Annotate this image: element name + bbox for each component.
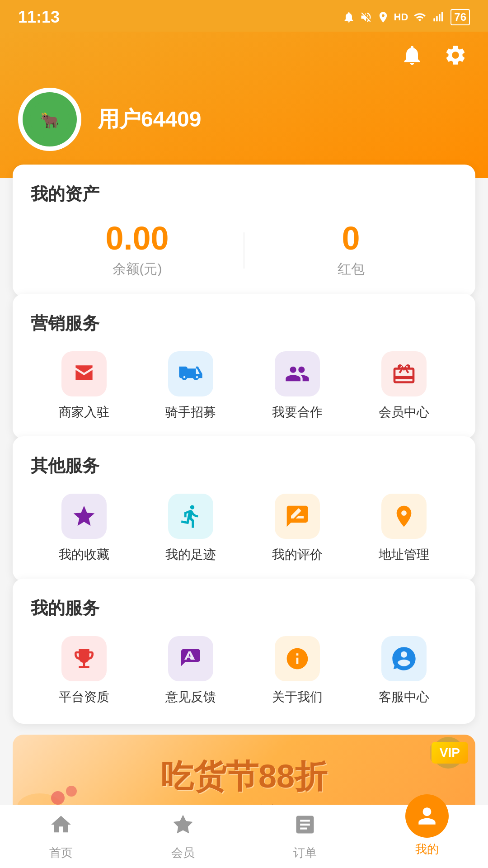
assets-row: 0.00 余额(元) 0 红包 [31, 222, 457, 278]
mine-active-circle [405, 794, 449, 838]
customer-icon [381, 636, 427, 681]
username: 用户64409 [98, 105, 201, 134]
nav-home[interactable]: 首页 [0, 813, 122, 861]
review-item[interactable]: 我的评价 [244, 494, 351, 563]
other-title: 其他服务 [31, 454, 457, 477]
footprint-label: 我的足迹 [165, 546, 216, 563]
merchant-item[interactable]: 商家入驻 [31, 351, 137, 421]
other-grid: 我的收藏 我的足迹 我的评价 地址管理 [31, 494, 457, 563]
address-icon [381, 494, 427, 539]
customer-label: 客服中心 [379, 689, 429, 706]
cooperate-item[interactable]: 我要合作 [244, 351, 351, 421]
myservice-card: 我的服务 平台资质 意见反馈 关于我们 [13, 579, 475, 724]
status-icons: HD 76 [343, 9, 470, 25]
assets-card: 我的资产 0.00 余额(元) 0 红包 [13, 165, 475, 297]
marketing-card: 营销服务 商家入驻 骑手招募 我要合作 [13, 294, 475, 439]
settings-button[interactable] [441, 41, 470, 70]
other-card: 其他服务 我的收藏 我的足迹 我的评价 [13, 436, 475, 581]
redpacket-value: 0 [244, 222, 457, 255]
redpacket-label: 红包 [244, 260, 457, 278]
svg-rect-3 [441, 12, 443, 21]
address-item[interactable]: 地址管理 [351, 494, 457, 563]
svg-rect-2 [439, 14, 441, 21]
qualification-icon [61, 636, 107, 681]
feedback-icon [168, 636, 213, 681]
balance-value: 0.00 [31, 222, 244, 255]
banner-vip-label: VIP [432, 742, 468, 764]
notification-button[interactable] [398, 41, 427, 70]
rider-label: 骑手招募 [165, 404, 216, 421]
bottom-nav: 首页 会员 订单 我的 [0, 805, 488, 868]
member-icon [381, 351, 427, 396]
marketing-title: 营销服务 [31, 312, 457, 335]
nav-orders-label: 订单 [293, 845, 317, 861]
footprint-item[interactable]: 我的足迹 [137, 494, 244, 563]
orders-icon [293, 813, 317, 841]
status-bar: 11:13 HD 76 [0, 0, 488, 32]
nav-home-label: 首页 [49, 845, 73, 861]
svg-rect-0 [434, 18, 436, 21]
footprint-icon [168, 494, 213, 539]
review-icon [275, 494, 320, 539]
cooperate-icon [275, 351, 320, 396]
about-label: 关于我们 [272, 689, 323, 706]
qualification-item[interactable]: 平台资质 [31, 636, 137, 706]
address-label: 地址管理 [379, 546, 429, 563]
marketing-grid: 商家入驻 骑手招募 我要合作 会员中心 [31, 351, 457, 421]
assets-title: 我的资产 [31, 183, 457, 206]
merchant-label: 商家入驻 [59, 404, 109, 421]
cooperate-label: 我要合作 [272, 404, 323, 421]
svg-point-10 [66, 786, 77, 797]
customer-item[interactable]: 客服中心 [351, 636, 457, 706]
balance-item[interactable]: 0.00 余额(元) [31, 222, 244, 278]
about-icon [275, 636, 320, 681]
svg-rect-1 [436, 16, 438, 22]
banner-main-text: 吃货节88折 [147, 755, 341, 798]
nav-member-label: 会员 [171, 845, 195, 861]
avatar[interactable]: 🐂 [18, 88, 81, 151]
member-nav-icon [171, 813, 195, 841]
favorites-item[interactable]: 我的收藏 [31, 494, 137, 563]
nav-mine-label: 我的 [415, 841, 439, 857]
user-info: 🐂 用户64409 [18, 88, 470, 151]
qualification-label: 平台资质 [59, 689, 109, 706]
member-item[interactable]: 会员中心 [351, 351, 457, 421]
review-label: 我的评价 [272, 546, 323, 563]
header-area: 🐂 用户64409 [0, 32, 488, 178]
feedback-label: 意见反馈 [165, 689, 216, 706]
nav-mine[interactable]: 我的 [366, 816, 488, 857]
member-label: 会员中心 [379, 404, 429, 421]
home-icon [49, 813, 73, 841]
nav-member[interactable]: 会员 [122, 813, 244, 861]
svg-text:🐂: 🐂 [40, 111, 60, 130]
feedback-item[interactable]: 意见反馈 [137, 636, 244, 706]
status-time: 11:13 [18, 8, 60, 27]
favorites-icon [61, 494, 107, 539]
myservice-grid: 平台资质 意见反馈 关于我们 客服中心 [31, 636, 457, 706]
svg-point-9 [51, 791, 65, 805]
nav-orders[interactable]: 订单 [244, 813, 366, 861]
rider-item[interactable]: 骑手招募 [137, 351, 244, 421]
myservice-title: 我的服务 [31, 597, 457, 620]
balance-label: 余额(元) [31, 260, 244, 278]
rider-icon [168, 351, 213, 396]
redpacket-item[interactable]: 0 红包 [244, 222, 457, 278]
favorites-label: 我的收藏 [59, 546, 109, 563]
merchant-icon [61, 351, 107, 396]
about-item[interactable]: 关于我们 [244, 636, 351, 706]
header-actions [18, 41, 470, 70]
